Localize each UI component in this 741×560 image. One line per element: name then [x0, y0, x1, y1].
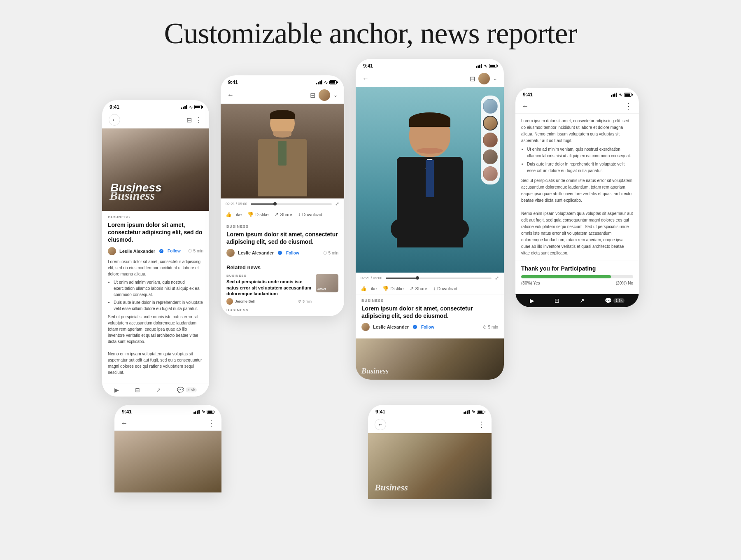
- bottom-preview-3: Business: [356, 338, 504, 380]
- category-2: BUSINESS: [226, 224, 338, 229]
- video-progress-3[interactable]: [386, 278, 492, 279]
- back-button-4[interactable]: ←: [522, 103, 529, 110]
- article-body-1: Lorem ipsum dolor sit amet, consectetur …: [108, 259, 203, 376]
- related-news-2: Related news BUSINESS Sed ut perspiciati…: [221, 264, 344, 316]
- hero-image-5: [114, 431, 221, 492]
- back-button-3[interactable]: ←: [362, 75, 369, 82]
- nav-right-2: ⊟ ⌄: [310, 89, 338, 101]
- battery-icon-2: [329, 80, 337, 84]
- follow-btn-2[interactable]: Follow: [286, 251, 299, 255]
- signal-icon-5: [193, 410, 200, 414]
- related-author-row-1: Jerome Bell ⏱ 5 min: [226, 298, 312, 305]
- author-row-1: Leslie Alexander ✓ Follow ⏱ 5 min: [108, 247, 203, 255]
- article-3: BUSINESS Lorem ipsum dolor sit amet, con…: [356, 294, 504, 338]
- dislike-btn-3[interactable]: 👎 Dislike: [382, 286, 403, 292]
- anchor-thumb-5[interactable]: [483, 166, 498, 181]
- share-btn-3[interactable]: ↗ Share: [410, 286, 427, 292]
- download-icon-3: ↓: [433, 286, 436, 292]
- bookmark-icon-2[interactable]: ⊟: [310, 91, 315, 99]
- download-btn-3[interactable]: ↓ Download: [433, 286, 457, 292]
- nav-bar-4: ← ⋮: [515, 99, 639, 114]
- back-button-2[interactable]: ←: [227, 91, 234, 99]
- comments-btn-4[interactable]: 💬 1.5k: [605, 297, 624, 304]
- anchor-thumb-2[interactable]: [483, 116, 498, 131]
- status-bar-3: 9:41 ∿: [356, 59, 504, 70]
- action-bar-2: 👍 Like 👎 Dislike ↗ Share ↓ Download: [221, 209, 344, 220]
- anchor-thumb-1[interactable]: [483, 99, 498, 114]
- dislike-icon-3: 👎: [382, 286, 389, 292]
- status-icons-5: ∿: [193, 409, 214, 414]
- like-btn-3[interactable]: 👍 Like: [361, 286, 377, 292]
- wifi-icon-2: ∿: [324, 80, 328, 85]
- share-btn-1[interactable]: ↗: [156, 387, 161, 393]
- play-btn-1[interactable]: ▶: [114, 387, 119, 393]
- back-button-1[interactable]: ←: [109, 114, 120, 126]
- expand-icon-3[interactable]: ⤢: [495, 275, 499, 281]
- chevron-down-icon-3: ⌄: [493, 76, 497, 82]
- bookmark-btn-1[interactable]: ⊟: [135, 387, 140, 393]
- read-time-3: ⏱ 5 min: [483, 325, 498, 329]
- read-time-1: ⏱ 5 min: [188, 249, 203, 253]
- anchor-thumb-3[interactable]: [483, 133, 498, 147]
- back-button-6[interactable]: ←: [375, 419, 386, 430]
- reporter-video-3: [356, 87, 504, 273]
- page-title: Customizable anchor, news reporter: [164, 16, 577, 51]
- anchor-strip: [481, 96, 500, 184]
- more-icon-1[interactable]: ⋮: [195, 115, 203, 124]
- share-btn-4[interactable]: ↗: [580, 297, 585, 304]
- phones-row: 9:41 ∿ ← ⊟ ⋮ Business: [8, 75, 733, 397]
- related-author-name-1: Jerome Bell: [235, 299, 255, 303]
- nav-bar-3: ← ⊟ ⌄: [356, 70, 504, 87]
- info-text-4: Lorem ipsum dolor sit amet, consectetur …: [515, 114, 639, 261]
- back-button-5[interactable]: ←: [121, 420, 128, 427]
- video-progress-fill-2: [251, 203, 275, 205]
- bookmark-btn-4[interactable]: ⊟: [555, 297, 559, 304]
- share-btn-2[interactable]: ↗ Share: [275, 212, 292, 217]
- status-bar-4: 9:41 ∿: [515, 88, 639, 99]
- follow-btn-3[interactable]: Follow: [421, 325, 434, 329]
- battery-icon-4: [624, 93, 631, 97]
- anchor-thumb-4[interactable]: [483, 149, 498, 164]
- related-news-heading: Related news: [226, 264, 338, 271]
- dislike-btn-2[interactable]: 👎 Dislike: [247, 212, 268, 217]
- more-icon-6[interactable]: ⋮: [478, 420, 485, 429]
- comments-icon-1: 💬: [177, 387, 184, 393]
- more-icon-4[interactable]: ⋮: [625, 102, 632, 111]
- signal-icon-2: [316, 80, 322, 84]
- verified-badge-3: ✓: [413, 325, 417, 329]
- download-btn-2[interactable]: ↓ Download: [298, 212, 322, 217]
- bottom-nav-4: ▶ ⊟ ↗ 💬 1.5k: [515, 294, 639, 307]
- time-4: 9:41: [523, 92, 533, 98]
- comments-icon-4: 💬: [605, 297, 612, 304]
- more-icon-5[interactable]: ⋮: [207, 419, 215, 428]
- video-progress-2[interactable]: [251, 203, 332, 205]
- related-author-avatar-1: [226, 298, 233, 305]
- reporter-video-2: [221, 104, 344, 198]
- share-icon-3: ↗: [410, 286, 414, 292]
- wifi-icon-5: ∿: [201, 409, 205, 414]
- status-bar-1: 9:41 ∿: [102, 100, 209, 112]
- follow-btn-1[interactable]: Follow: [168, 249, 181, 253]
- reporter-body: [397, 157, 463, 247]
- wifi-icon-6: ∿: [471, 409, 475, 414]
- bookmark-icon-3[interactable]: ⊟: [470, 75, 475, 83]
- related-news-text-1: BUSINESS Sed ut perspiciatis unde omnis …: [226, 274, 312, 305]
- verified-badge-1: ✓: [159, 249, 163, 253]
- phone-5: 9:41 ∿ ← ⋮: [114, 405, 221, 492]
- signal-icon-3: [476, 64, 482, 68]
- comments-btn-1[interactable]: 💬 1.5k: [177, 387, 197, 393]
- expand-icon-2[interactable]: ⤢: [335, 201, 339, 207]
- nav-bar-5: ← ⋮: [114, 416, 221, 431]
- status-icons-6: ∿: [464, 409, 484, 414]
- play-btn-4[interactable]: ▶: [530, 297, 534, 304]
- like-btn-2[interactable]: 👍 Like: [226, 212, 242, 217]
- wifi-icon-1: ∿: [189, 105, 193, 110]
- wifi-icon-4: ∿: [619, 92, 622, 98]
- bookmark-icon-nav-4: ⊟: [555, 297, 559, 304]
- author-row-3: Leslie Alexander ✓ Follow ⏱ 5 min: [361, 323, 498, 331]
- bookmark-icon-1[interactable]: ⊟: [186, 116, 192, 124]
- signal-icon-4: [611, 93, 617, 97]
- video-time-3: 02:21 / 05:00: [361, 276, 382, 280]
- time-5: 9:41: [122, 409, 132, 415]
- reporter-tie: [426, 160, 434, 197]
